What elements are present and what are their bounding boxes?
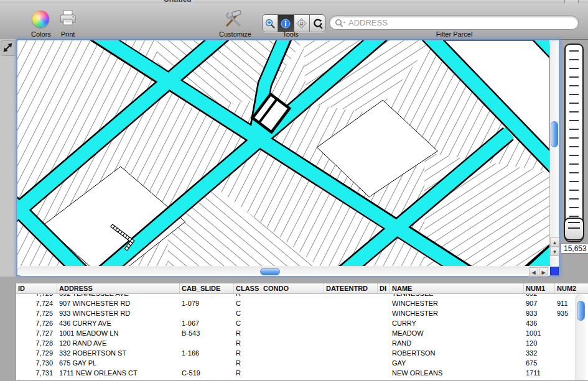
cell-dateentrd xyxy=(324,308,378,318)
cell-di xyxy=(378,338,390,348)
cell-num1: 675 xyxy=(524,358,555,368)
cell-num1: 907 xyxy=(524,298,555,308)
search-magnifier-icon[interactable] xyxy=(335,19,347,27)
cell-name: TENNESSEE xyxy=(390,294,524,298)
cell-dateentrd xyxy=(324,368,378,378)
cell-address: 436 CURRY AVE xyxy=(57,318,180,328)
cell-id: 7,729 xyxy=(16,348,57,358)
table-vertical-scrollbar[interactable] xyxy=(576,294,586,380)
scrollbar-corner-button[interactable] xyxy=(550,267,559,275)
cell-class: R xyxy=(234,338,261,348)
cell-cab-slide xyxy=(180,294,234,298)
table-row[interactable]: 7,729 332 ROBERTSON ST 1-166 R ROBERTSON… xyxy=(16,348,588,358)
map-horizontal-scroll-thumb[interactable] xyxy=(260,268,280,275)
table-row[interactable]: 7,727 1001 MEADOW LN B-543 R MEADOW 1001 xyxy=(16,328,588,338)
column-header-cab_slide[interactable]: CAB_SLIDE xyxy=(180,283,234,293)
cell-name: CURRY xyxy=(390,318,524,328)
cell-condo xyxy=(261,318,324,328)
cell-di xyxy=(378,328,390,338)
cell-id: 7,723 xyxy=(16,294,57,298)
cell-condo xyxy=(261,328,324,338)
column-header-class[interactable]: CLASS xyxy=(234,283,261,293)
ruler-ticks xyxy=(569,50,579,236)
pan-move-icon xyxy=(296,17,307,29)
column-header-condo[interactable]: CONDO xyxy=(261,283,324,293)
cell-di xyxy=(378,298,390,308)
cell-id: 7,724 xyxy=(16,298,57,308)
parcel-map[interactable] xyxy=(17,40,549,266)
customize-tools-icon xyxy=(222,9,245,28)
cell-name: WINCHESTER xyxy=(390,298,524,308)
cell-cab-slide: B-543 xyxy=(180,328,234,338)
table-row[interactable]: 7,726 436 CURRY AVE 1-067 C CURRY 436 xyxy=(16,318,588,328)
print-label: Print xyxy=(55,30,81,38)
column-header-address[interactable]: ADDRESS xyxy=(57,283,180,293)
cell-num1: 1711 xyxy=(524,368,555,378)
column-header-name[interactable]: NAME xyxy=(390,283,524,293)
cell-dateentrd xyxy=(324,294,378,298)
tool-pan-button[interactable] xyxy=(294,15,310,32)
column-header-num2[interactable]: NUM2 xyxy=(555,283,588,293)
cell-num1: 692 xyxy=(524,294,555,298)
scroll-right-arrow[interactable]: ▶ xyxy=(539,267,548,277)
column-header-di[interactable]: DI xyxy=(378,283,390,293)
tool-info-button[interactable] xyxy=(278,15,294,32)
diagonal-pan-tool-button[interactable] xyxy=(1,40,16,56)
cell-name: GAY xyxy=(390,358,524,368)
table-row[interactable]: 7,724 907 WINCHESTER RD 1-079 C WINCHEST… xyxy=(16,298,588,308)
lasso-icon xyxy=(312,18,323,29)
cell-id: 7,725 xyxy=(16,308,57,318)
attribute-table: IDADDRESSCAB_SLIDECLASSCONDODATEENTRDDIN… xyxy=(16,283,588,381)
cell-dateentrd xyxy=(324,338,378,348)
cell-address: 1001 MEADOW LN xyxy=(57,328,180,338)
cell-id: 7,727 xyxy=(16,328,57,338)
cell-di xyxy=(378,368,390,378)
map-vertical-scroll-thumb[interactable] xyxy=(551,121,558,147)
table-rows: 7,723 692 TENNESSEE AVE R TENNESSEE 692 … xyxy=(16,294,588,378)
cell-class: R xyxy=(234,358,261,368)
cell-name: WINCHESTER xyxy=(390,308,524,318)
map-vertical-scrollbar[interactable]: ▲ ▼ xyxy=(549,40,559,266)
tools-segmented-control xyxy=(262,14,325,32)
zoom-scale-ruler[interactable] xyxy=(564,44,584,242)
column-header-dateentrd[interactable]: DATEENTRD xyxy=(324,283,378,293)
customize-label: Customize xyxy=(212,30,259,38)
table-row[interactable]: 7,723 692 TENNESSEE AVE R TENNESSEE 692 xyxy=(16,294,588,298)
table-row[interactable]: 7,731 1711 NEW ORLEANS CT C-519 R NEW OR… xyxy=(16,368,588,378)
ruler-handle[interactable] xyxy=(564,218,584,241)
column-header-id[interactable]: ID xyxy=(16,283,57,293)
cell-name: RAND xyxy=(390,338,524,348)
table-row[interactable]: 7,725 933 WINCHESTER RD C WINCHESTER 933… xyxy=(16,308,588,318)
cell-class: C xyxy=(234,308,261,318)
cell-cab-slide xyxy=(180,338,234,348)
cell-cab-slide xyxy=(180,358,234,368)
map-viewport[interactable] xyxy=(17,40,549,266)
cell-name: ROBERTSON xyxy=(390,348,524,358)
table-body[interactable]: 7,723 692 TENNESSEE AVE R TENNESSEE 692 … xyxy=(16,294,588,380)
map-horizontal-scrollbar[interactable]: ◀ ▶ xyxy=(17,267,549,276)
column-header-num1[interactable]: NUM1 xyxy=(524,283,555,293)
map-side-toolbar xyxy=(0,39,17,277)
filter-search-field[interactable] xyxy=(329,16,579,30)
scroll-left-arrow[interactable]: ◀ xyxy=(529,267,538,277)
zoom-in-icon xyxy=(264,18,276,29)
cell-dateentrd xyxy=(324,348,378,358)
cell-dateentrd xyxy=(324,298,378,308)
tool-lasso-button[interactable] xyxy=(310,15,325,32)
scroll-up-arrow[interactable]: ▲ xyxy=(550,237,559,247)
scale-readout: 15,653 xyxy=(561,243,588,254)
cell-class: R xyxy=(234,328,261,338)
table-row[interactable]: 7,730 675 GAY PL R GAY 675 xyxy=(16,358,588,368)
cell-id: 7,726 xyxy=(16,318,57,328)
cell-name: NEW ORLEANS xyxy=(390,368,524,378)
table-header-row: IDADDRESSCAB_SLIDECLASSCONDODATEENTRDDIN… xyxy=(16,283,588,294)
cell-class: R xyxy=(234,348,261,358)
cell-address: 675 GAY PL xyxy=(57,358,180,368)
search-input[interactable] xyxy=(347,17,573,28)
table-row[interactable]: 7,728 120 RAND AVE R RAND 120 xyxy=(16,338,588,348)
scroll-down-arrow[interactable]: ▼ xyxy=(550,247,559,256)
table-scroll-thumb[interactable] xyxy=(577,301,585,321)
printer-icon xyxy=(58,9,78,28)
tool-zoom-in-button[interactable] xyxy=(263,15,278,32)
cell-id: 7,728 xyxy=(16,338,57,348)
